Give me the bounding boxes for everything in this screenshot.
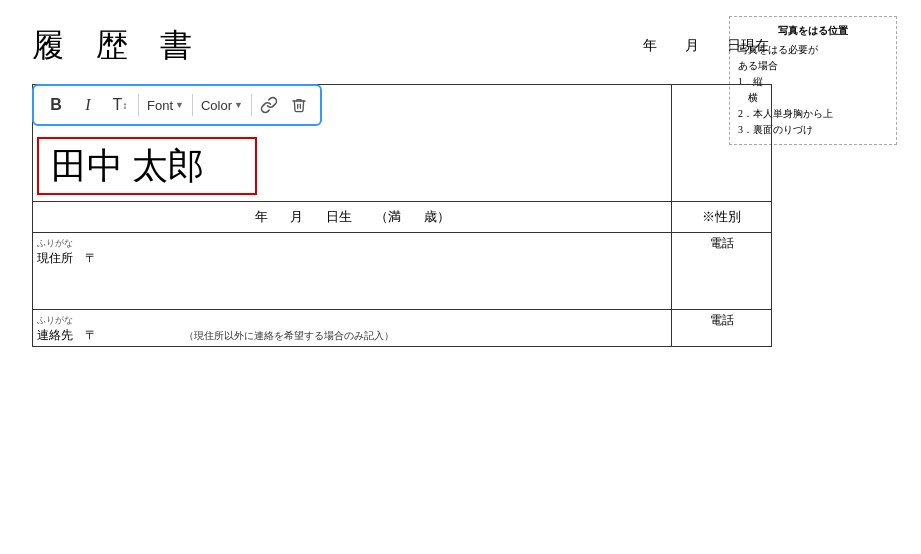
- page: 履 歴 書 年 月 日現在 写真をはる位置 写真をはる必要がある場合1．縦 横2…: [0, 0, 921, 371]
- color-dropdown-button[interactable]: Color ▼: [195, 90, 249, 120]
- seibetsu-label: ※性別: [702, 209, 741, 224]
- name-display-area: 田中 太郎: [33, 131, 671, 201]
- formatting-toolbar: B I T↕ Font ▼ Color ▼: [32, 84, 322, 126]
- month-label: 月: [685, 37, 699, 55]
- font-dropdown-button[interactable]: Font ▼: [141, 90, 190, 120]
- name-text: 田中 太郎: [51, 146, 204, 186]
- address1-content: [37, 267, 667, 307]
- address1-furigana: ふりがな: [37, 238, 73, 248]
- divider3: [251, 94, 252, 116]
- delete-button[interactable]: [284, 90, 314, 120]
- birth-year: 年: [255, 209, 268, 224]
- bold-button[interactable]: B: [40, 90, 72, 120]
- address1-row: ふりがな 現住所 〒 電話: [33, 233, 772, 310]
- birth-month: 月: [290, 209, 303, 224]
- link-button[interactable]: [254, 90, 284, 120]
- birth-row: 年 月 日生 （満 歳） ※性別: [33, 202, 772, 233]
- text-size-button[interactable]: T↕: [104, 90, 136, 120]
- year-label: 年: [643, 37, 657, 55]
- sidebar-title: 写真をはる位置: [738, 23, 888, 38]
- address1-cell: ふりがな 現住所 〒: [33, 233, 672, 310]
- address2-cell: ふりがな 連絡先 〒 （現住所以外に連絡を希望する場合のみ記入）: [33, 310, 672, 347]
- tel1-label: 電話: [710, 236, 734, 250]
- text-size-label: T: [113, 96, 123, 114]
- birth-day: 日生: [326, 209, 352, 224]
- divider1: [138, 94, 139, 116]
- font-dropdown-arrow: ▼: [175, 100, 184, 110]
- italic-button[interactable]: I: [72, 90, 104, 120]
- seibetsu-cell: ※性別: [672, 202, 772, 233]
- doc-title: 履 歴 書: [32, 24, 204, 68]
- table-container: B I T↕ Font ▼ Color ▼: [32, 84, 889, 347]
- address2-note: （現住所以外に連絡を希望する場合のみ記入）: [184, 330, 394, 341]
- color-label: Color: [201, 98, 232, 113]
- divider2: [192, 94, 193, 116]
- address2-label: 連絡先 〒: [37, 328, 97, 342]
- tel1-cell: 電話: [672, 233, 772, 310]
- address1-label: 現住所 〒: [37, 251, 97, 265]
- tel2-cell: 電話: [672, 310, 772, 347]
- birth-date-cell: 年 月 日生 （満 歳）: [33, 202, 672, 233]
- trash-icon: [291, 96, 307, 114]
- tel2-label: 電話: [710, 313, 734, 327]
- font-label: Font: [147, 98, 173, 113]
- birth-age-unit: 歳）: [424, 209, 450, 224]
- address2-furigana: ふりがな: [37, 315, 73, 325]
- address2-row: ふりがな 連絡先 〒 （現住所以外に連絡を希望する場合のみ記入） 電話: [33, 310, 772, 347]
- link-icon: [260, 96, 278, 114]
- text-size-arrow: ↕: [122, 100, 127, 111]
- color-dropdown-arrow: ▼: [234, 100, 243, 110]
- name-value-box[interactable]: 田中 太郎: [37, 137, 257, 196]
- birth-age-label: （満: [375, 209, 401, 224]
